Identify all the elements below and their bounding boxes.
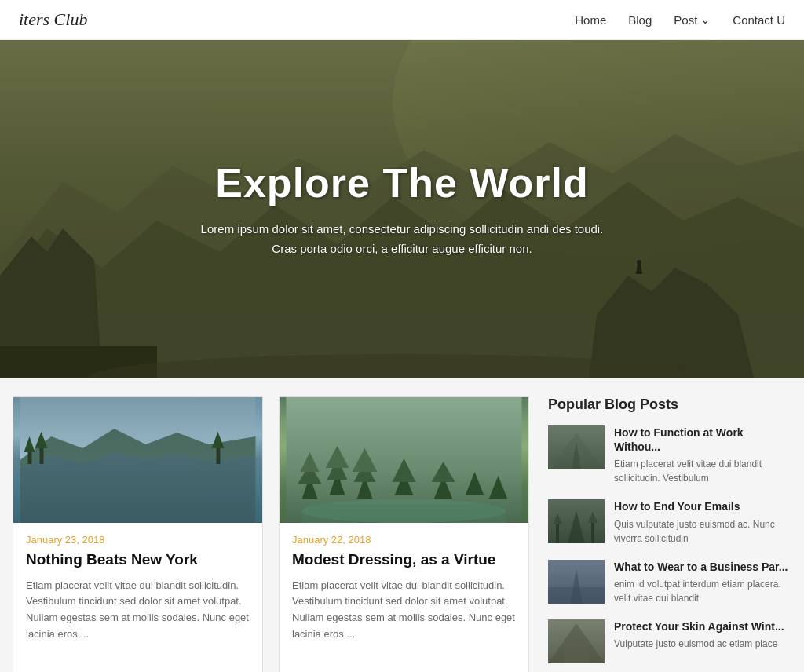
site-logo: iters Club [19, 9, 87, 30]
popular-post-3-thumb [548, 560, 605, 604]
blog-card-2-body: January 22, 2018 Modest Dressing, as a V… [280, 523, 528, 659]
blog-card-1-body: January 23, 2018 Nothing Beats New York … [13, 523, 262, 659]
chevron-down-icon: ⌄ [700, 13, 711, 27]
popular-post-2-thumb [548, 499, 605, 543]
hero-content: Explore The World Lorem ipsum dolor sit … [185, 144, 619, 275]
nav-post-dropdown[interactable]: Post ⌄ [674, 13, 711, 27]
blog-card-2-excerpt: Etiam placerat velit vitae dui blandit s… [292, 578, 516, 643]
svg-rect-48 [548, 587, 605, 604]
popular-post-1-title: How to Function at Work Withou... [614, 425, 791, 454]
popular-post-1[interactable]: How to Function at Work Withou... Etiam … [548, 425, 791, 485]
blog-card-2-title[interactable]: Modest Dressing, as a Virtue [292, 550, 516, 570]
forest-image [280, 397, 528, 523]
svg-rect-36 [302, 503, 506, 523]
blog-card-2-image [280, 397, 528, 523]
blog-posts-list: January 23, 2018 Nothing Beats New York … [13, 396, 529, 672]
hero-section: Explore The World Lorem ipsum dolor sit … [0, 40, 804, 378]
popular-post-4[interactable]: Protect Your Skin Against Wint... Vulput… [548, 619, 791, 663]
lake-image [13, 397, 262, 523]
blog-card-1-title[interactable]: Nothing Beats New York [26, 550, 250, 570]
hero-title: Explore The World [201, 159, 604, 206]
svg-rect-44 [591, 521, 594, 543]
nav-blog[interactable]: Blog [628, 13, 652, 27]
popular-post-3[interactable]: What to Wear to a Business Par... enim i… [548, 560, 791, 605]
popular-post-4-title: Protect Your Skin Against Wint... [614, 619, 784, 634]
popular-post-1-thumb [548, 425, 605, 469]
popular-post-4-info: Protect Your Skin Against Wint... Vulput… [614, 619, 784, 651]
popular-post-2-title: How to End Your Emails [614, 499, 791, 513]
blog-card-2: January 22, 2018 Modest Dressing, as a V… [279, 396, 529, 672]
popular-post-4-excerpt: Vulputate justo euismod ac etiam place [614, 637, 784, 651]
blog-card-2-date: January 22, 2018 [292, 534, 516, 546]
hero-subtitle: Lorem ipsum dolor sit amet, consectetur … [201, 219, 604, 259]
svg-rect-51 [564, 639, 589, 663]
popular-post-2-excerpt: Quis vulputate justo euismod ac. Nunc vi… [614, 517, 791, 546]
popular-post-3-excerpt: enim id volutpat interdum etiam placera.… [614, 577, 791, 605]
popular-post-2-info: How to End Your Emails Quis vulputate ju… [614, 499, 791, 545]
popular-post-3-title: What to Wear to a Business Par... [614, 560, 791, 574]
popular-post-2[interactable]: How to End Your Emails Quis vulputate ju… [548, 499, 791, 545]
nav-contact[interactable]: Contact U [733, 13, 785, 27]
main-content: January 23, 2018 Nothing Beats New York … [0, 378, 804, 672]
site-header: iters Club Home Blog Post ⌄ Contact U [0, 0, 804, 40]
blog-card-1-excerpt: Etiam placerat velit vitae dui blandit s… [26, 578, 250, 643]
popular-post-4-thumb [548, 619, 605, 663]
sidebar-title: Popular Blog Posts [548, 396, 791, 413]
blog-card-1-date: January 23, 2018 [26, 534, 250, 546]
popular-post-3-info: What to Wear to a Business Par... enim i… [614, 560, 791, 605]
nav-home[interactable]: Home [575, 13, 606, 27]
main-nav: Home Blog Post ⌄ Contact U [575, 13, 785, 27]
blog-card-1: January 23, 2018 Nothing Beats New York … [13, 396, 263, 672]
sidebar: Popular Blog Posts How to Funct [548, 396, 791, 672]
blog-card-1-image [13, 397, 262, 523]
popular-post-1-info: How to Function at Work Withou... Etiam … [614, 425, 791, 485]
popular-post-1-excerpt: Etiam placerat velit vitae dui blandit s… [614, 457, 791, 485]
svg-rect-42 [556, 523, 559, 543]
